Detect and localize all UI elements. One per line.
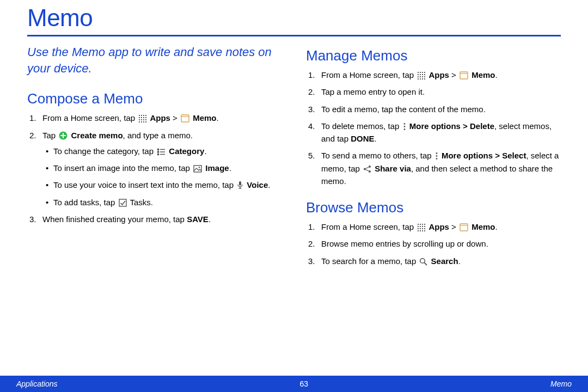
done-label: DONE [351, 134, 374, 143]
svg-rect-5 [141, 117, 142, 118]
text: > [170, 113, 180, 122]
svg-rect-32 [422, 72, 423, 73]
svg-rect-37 [424, 74, 425, 75]
browse-step-1: From a Home screen, tap Apps > Memo. [306, 220, 561, 233]
svg-rect-9 [141, 119, 142, 120]
svg-rect-16 [181, 115, 189, 122]
svg-rect-15 [145, 121, 146, 122]
text: When finished creating your memo, tap [42, 215, 187, 224]
footer-page-number: 63 [300, 379, 309, 388]
svg-rect-4 [139, 117, 140, 118]
svg-point-18 [157, 149, 158, 150]
apps-label: Apps [428, 70, 449, 79]
compose-step-1: From a Home screen, tap Apps > Memo. [27, 112, 282, 124]
right-column: Manage Memos From a Home screen, tap App… [306, 44, 561, 272]
svg-rect-58 [418, 224, 419, 225]
svg-rect-6 [143, 117, 144, 118]
svg-rect-46 [460, 72, 468, 79]
search-icon [419, 258, 427, 266]
text: To change the category, tap [53, 146, 156, 156]
footer-section: Applications [16, 379, 58, 388]
create-memo-label: Create memo [71, 131, 123, 140]
lead-text: Use the Memo app to write and save notes… [27, 44, 282, 76]
svg-rect-44 [422, 78, 423, 79]
more-icon [435, 152, 438, 160]
compose-step-3: When finished creating your memo, tap SA… [27, 213, 282, 225]
svg-rect-0 [139, 115, 140, 116]
manage-steps: From a Home screen, tap Apps > Memo. Tap… [306, 69, 561, 187]
svg-line-57 [366, 169, 369, 171]
svg-rect-72 [422, 230, 423, 231]
svg-rect-38 [418, 76, 419, 77]
image-icon [193, 165, 202, 173]
memo-label: Memo [471, 222, 495, 231]
category-icon [157, 148, 166, 156]
svg-point-51 [436, 155, 437, 157]
svg-point-50 [436, 152, 437, 154]
svg-rect-67 [420, 228, 421, 229]
svg-rect-73 [424, 230, 425, 231]
tasks-icon [119, 199, 127, 207]
save-label: SAVE [187, 215, 209, 224]
svg-rect-30 [418, 72, 419, 73]
browse-heading: Browse Memos [306, 199, 561, 216]
svg-rect-74 [460, 224, 468, 231]
svg-rect-36 [422, 74, 423, 75]
svg-rect-33 [424, 72, 425, 73]
text: . [495, 70, 498, 79]
text: . [495, 222, 498, 231]
text: , and type a memo. [123, 131, 193, 140]
compose-sub-image: To insert an image into the memo, tap Im… [42, 162, 282, 174]
text: From a Home screen, tap [321, 70, 416, 79]
svg-rect-31 [420, 72, 421, 73]
text: To add tasks, tap [53, 198, 118, 207]
svg-point-22 [157, 154, 158, 155]
svg-rect-42 [418, 78, 419, 79]
svg-rect-3 [145, 115, 146, 116]
text: . [229, 163, 231, 173]
footer-topic: Memo [550, 379, 572, 388]
text: . [217, 113, 219, 122]
left-column: Use the Memo app to write and save notes… [27, 44, 282, 272]
memo-label: Memo [193, 113, 216, 122]
text: From a Home screen, tap [321, 222, 416, 231]
svg-rect-63 [420, 226, 421, 227]
more-icon [403, 122, 406, 131]
compose-step-2: Tap Create memo, and type a memo. To cha… [27, 129, 282, 209]
tasks-label: Tasks. [128, 198, 153, 207]
text: Tap [42, 131, 58, 140]
text: . [204, 146, 206, 156]
svg-rect-12 [139, 121, 140, 122]
svg-point-47 [403, 123, 405, 125]
title-rule [27, 35, 561, 36]
browse-steps: From a Home screen, tap Apps > Memo. Bro… [306, 220, 561, 267]
svg-rect-61 [424, 224, 425, 225]
svg-rect-70 [418, 230, 419, 231]
text: > [449, 222, 458, 231]
apps-label: Apps [150, 113, 170, 122]
svg-point-55 [369, 170, 371, 173]
svg-rect-59 [420, 224, 421, 225]
memo-label: Memo [471, 70, 495, 79]
svg-rect-41 [424, 76, 425, 77]
svg-rect-34 [418, 74, 419, 75]
compose-sub-category: To change the category, tap Category. [42, 145, 282, 157]
svg-line-56 [366, 167, 369, 169]
text: To insert an image into the memo, tap [53, 163, 192, 173]
text: From a Home screen, tap [42, 113, 137, 122]
manage-step-2: Tap a memo entry to open it. [306, 85, 561, 98]
compose-sublist: To change the category, tap Category. To… [42, 145, 282, 209]
share-icon [363, 165, 371, 173]
svg-rect-8 [139, 119, 140, 120]
svg-point-49 [403, 128, 405, 130]
svg-point-25 [199, 167, 200, 168]
svg-rect-40 [422, 76, 423, 77]
manage-heading: Manage Memos [306, 47, 561, 64]
svg-rect-66 [418, 228, 419, 229]
svg-line-76 [425, 262, 427, 265]
svg-rect-10 [143, 119, 144, 120]
image-label: Image [205, 163, 229, 173]
svg-rect-39 [420, 76, 421, 77]
svg-point-53 [369, 166, 371, 168]
apps-icon [417, 71, 425, 79]
